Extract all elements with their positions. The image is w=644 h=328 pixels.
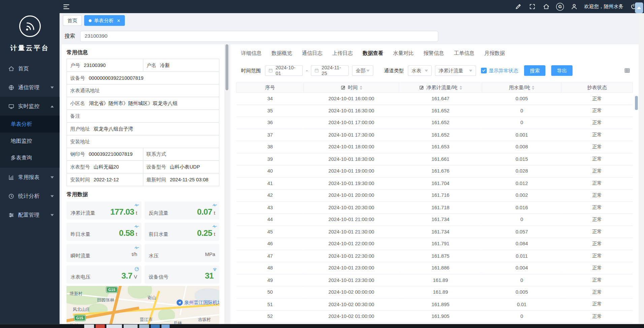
col-net-flow[interactable]: 净累计流量/吨: [399, 83, 482, 93]
date-to-input[interactable]: 2024-11-25: [311, 65, 349, 76]
taskbar-window[interactable]: [151, 325, 160, 328]
sidebar-item-label: 常用报表: [18, 174, 39, 181]
table-cell: 正常: [561, 286, 633, 298]
tab-single-meter-analysis[interactable]: 单表分析×: [84, 15, 125, 26]
metric-grid: 净累计流量177.03t反向流量0.07t昨日水量0.58t前日水量0.25t瞬…: [67, 202, 220, 284]
table-row[interactable]: 472024-10-01 22:30:00161.8750.011正常: [236, 250, 633, 262]
sidebar-item-home[interactable]: 首页: [0, 59, 60, 78]
taskbar-window[interactable]: [139, 325, 149, 328]
sidebar-item-comm-mgmt[interactable]: 通信管理: [0, 78, 60, 97]
show-abnormal-checkbox[interactable]: 显示异常状态: [481, 67, 518, 74]
taskbar-window[interactable]: [84, 325, 94, 328]
edit-column-icon[interactable]: [419, 85, 424, 90]
sliders-icon: [8, 212, 14, 218]
table-cell: 2024-10-01 19:00:00: [304, 165, 399, 177]
date-from-input[interactable]: 2024-10-01: [265, 65, 303, 76]
tab-work-order[interactable]: 工单信息: [454, 50, 474, 60]
table-row[interactable]: 462024-10-01 22:00:00161.7910.084正常: [236, 238, 633, 250]
table-row[interactable]: 492024-10-01 23:30:00161.890正常: [236, 274, 633, 286]
info-field: 水表通讯地址: [67, 84, 220, 97]
search-button[interactable]: 搜索: [524, 65, 545, 76]
info-panel-scrollbar[interactable]: [225, 44, 229, 324]
table-row[interactable]: 482024-10-01 23:00:00161.8860.004正常: [236, 262, 633, 274]
chevron-down-icon: [51, 214, 54, 216]
sidebar-toggle-icon[interactable]: [62, 3, 70, 10]
metric-value-group: 0.58t: [119, 228, 137, 238]
taskbar-window[interactable]: [161, 325, 169, 328]
tab-water-compare[interactable]: 水量对比: [393, 50, 414, 60]
tab-detail-info[interactable]: 详细信息: [241, 50, 262, 60]
table-row[interactable]: 512024-10-02 00:30:00161.8950.01正常: [236, 298, 633, 310]
info-field: 安装时间2022-12-12: [67, 173, 143, 186]
edit-column-icon[interactable]: [341, 85, 346, 90]
chevron-up-icon: [637, 7, 641, 9]
avatar[interactable]: [570, 3, 578, 10]
tab-comm-log[interactable]: 通信日志: [302, 50, 322, 60]
range-preset-select[interactable]: 全部: [352, 65, 373, 76]
sort-icons[interactable]: [532, 85, 535, 89]
map[interactable]: 塘新村G15嵛山田园张林风北山庄泉州晋江国际机场G15晋江市后林吉坂村普村: [67, 286, 220, 324]
table-row[interactable]: 382024-10-01 18:00:00161.6530.008正常: [236, 141, 633, 153]
os-taskbar[interactable]: [0, 324, 644, 328]
info-field: 户号23100390: [67, 59, 143, 72]
scroll-top-button[interactable]: [635, 2, 643, 13]
table-cell: 161.652: [399, 117, 482, 129]
table-row[interactable]: 412024-10-01 19:30:00161.7040.012正常: [236, 177, 633, 189]
table-row[interactable]: 402024-10-01 19:00:00161.6760.028正常: [236, 165, 633, 177]
col-time[interactable]: 时间: [304, 83, 399, 93]
edit-icon[interactable]: [514, 3, 522, 10]
field-label: 水表通讯地址: [70, 87, 100, 94]
table-row[interactable]: 352024-10-01 16:30:00161.6520正常: [236, 105, 633, 117]
sidebar-item-multi-meter-query[interactable]: 多表查询: [0, 149, 60, 166]
table-row[interactable]: 362024-10-01 17:00:00161.6520正常: [236, 117, 633, 129]
sidebar-item-stats-analysis[interactable]: 统计分析: [0, 187, 60, 206]
fullscreen-icon[interactable]: [528, 3, 536, 10]
home-icon[interactable]: [542, 3, 550, 10]
channel-type-select[interactable]: 水表: [408, 65, 432, 76]
taskbar-window[interactable]: [96, 325, 105, 328]
column-settings-icon[interactable]: [624, 67, 631, 74]
table-row[interactable]: 452024-10-01 21:30:00161.7340.057正常: [236, 226, 633, 238]
table-cell: 161.676: [399, 165, 482, 177]
tab-alarm-info[interactable]: 报警信息: [423, 50, 444, 60]
highway-badge: G15: [74, 315, 85, 321]
table-row[interactable]: 422024-10-01 20:00:00161.7160.002正常: [236, 189, 633, 202]
info-field: 设备型号山科小表UDP: [143, 160, 219, 174]
export-button[interactable]: 导出: [551, 65, 572, 76]
column-header: 用水量/吨: [482, 84, 561, 91]
col-usage[interactable]: 用水量/吨: [482, 83, 561, 93]
tab-monthly-report[interactable]: 月报数据: [484, 50, 505, 60]
g-badge-icon[interactable]: G: [556, 3, 564, 10]
table-scrollbar[interactable]: [635, 96, 638, 110]
tab-data-view[interactable]: 数据查看: [363, 50, 383, 60]
sidebar-item-single-meter-analysis[interactable]: 单表分析: [0, 116, 60, 133]
taskbar-window[interactable]: [124, 325, 137, 328]
scrollbar-thumb[interactable]: [225, 44, 228, 90]
table-row[interactable]: 502024-10-02 00:00:00161.890.005正常: [236, 286, 633, 298]
table-row[interactable]: 442024-10-01 21:00:00161.7340正常: [236, 214, 633, 226]
sort-icons[interactable]: [459, 85, 462, 89]
search-input[interactable]: [80, 31, 438, 42]
table-row[interactable]: 432024-10-01 20:30:00161.7180.016正常: [236, 202, 633, 214]
sidebar-item-config-mgmt[interactable]: 配置管理: [0, 206, 60, 224]
table-row[interactable]: 342024-10-01 16:00:00161.6470.005正常: [236, 93, 633, 105]
table-row[interactable]: 522024-10-02 01:00:00161.9050正常: [236, 310, 633, 322]
tab-upload-log[interactable]: 上传日志: [332, 50, 353, 60]
sidebar-item-realtime-monitor[interactable]: 实时监控: [0, 97, 60, 116]
sidebar-item-map-monitor[interactable]: 地图监控: [0, 133, 60, 149]
main-area: 首页单表分析× 搜索 常用信息 户号23100390户名冷新设备号0000000…: [60, 13, 639, 324]
taskbar-window[interactable]: [106, 325, 122, 328]
sidebar-item-common-reports[interactable]: 常用报表: [0, 168, 60, 187]
tab-home[interactable]: 首页: [63, 15, 82, 26]
metric-select[interactable]: 净累计流量: [435, 65, 476, 76]
metric-value: 0.07: [197, 207, 212, 216]
airport-label[interactable]: 泉州晋江国际机场: [176, 299, 219, 305]
table-row[interactable]: 372024-10-01 17:30:00161.6520.001正常: [236, 129, 633, 141]
table-cell: 0: [482, 117, 561, 129]
sort-icons[interactable]: [360, 85, 362, 89]
metric-label: 昨日水量: [71, 231, 91, 238]
tab-data-overview[interactable]: 数据概览: [271, 50, 292, 60]
close-icon[interactable]: ×: [117, 17, 120, 24]
table-row[interactable]: 392024-10-01 18:30:00161.6610.015正常: [236, 153, 633, 165]
page-scrollbar[interactable]: [639, 13, 644, 324]
